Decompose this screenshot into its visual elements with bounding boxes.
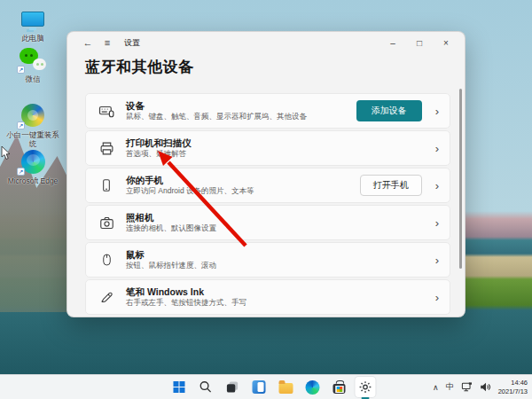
network-icon[interactable] bbox=[461, 379, 473, 395]
list-item-your-phone[interactable]: 你的手机 立即访问 Android 设备的照片、文本等 打开手机 › bbox=[85, 168, 450, 203]
add-device-button[interactable]: 添加设备 bbox=[356, 100, 422, 121]
maximize-button[interactable]: □ bbox=[406, 33, 433, 52]
back-icon[interactable]: ← bbox=[80, 37, 96, 48]
chevron-right-icon: › bbox=[435, 292, 439, 303]
tray-time: 14:46 bbox=[498, 379, 528, 387]
desktop-icon-label: 微信 bbox=[26, 74, 41, 83]
chevron-right-icon: › bbox=[435, 254, 439, 266]
taskbar: ∧ 中 14:46 2021/7/13 bbox=[0, 374, 532, 399]
item-title: 打印机和扫描仪 bbox=[126, 137, 192, 150]
item-subtitle: 立即访问 Android 设备的照片、文本等 bbox=[126, 186, 254, 196]
item-title: 笔和 Windows Ink bbox=[126, 286, 246, 299]
page-title: 蓝牙和其他设备 bbox=[85, 57, 465, 77]
search-icon[interactable] bbox=[195, 377, 215, 397]
window-title: 设置 bbox=[124, 37, 140, 49]
minimize-button[interactable]: – bbox=[379, 33, 406, 52]
item-title: 照相机 bbox=[126, 212, 216, 224]
desktop-icon-label: 小白一键重装系统 bbox=[5, 130, 60, 148]
list-item-devices[interactable]: 设备 鼠标、键盘、触笔、音频、显示器和扩展坞、其他设备 添加设备 › bbox=[85, 93, 450, 129]
desktop-icon-edge[interactable]: ↗ Microsoft Edge bbox=[5, 148, 60, 185]
start-icon[interactable] bbox=[168, 377, 189, 397]
desktop-icon-this-pc[interactable]: 此电脑 bbox=[5, 5, 60, 43]
devices-keyboard-icon bbox=[98, 102, 115, 120]
item-title: 鼠标 bbox=[126, 249, 216, 262]
settings-list: 设备 鼠标、键盘、触笔、音频、显示器和扩展坞、其他设备 添加设备 › 打印机和扫… bbox=[85, 93, 450, 317]
item-subtitle: 按钮、鼠标指针速度、滚动 bbox=[126, 261, 216, 270]
printer-icon bbox=[98, 139, 115, 157]
chevron-right-icon: › bbox=[435, 106, 439, 117]
window-titlebar: ← ≡ 设置 – □ × bbox=[67, 32, 465, 53]
xiaobai-icon: ↗ bbox=[18, 102, 48, 129]
mouse-icon bbox=[98, 251, 115, 269]
close-button[interactable]: × bbox=[433, 33, 459, 52]
phone-icon bbox=[98, 176, 115, 194]
volume-icon[interactable] bbox=[480, 379, 491, 395]
edge-icon: ↗ bbox=[18, 148, 48, 175]
chevron-right-icon: › bbox=[435, 143, 439, 154]
this-pc-icon bbox=[18, 5, 48, 32]
edge-icon[interactable] bbox=[301, 377, 322, 397]
clock[interactable]: 14:46 2021/7/13 bbox=[498, 379, 528, 396]
shortcut-arrow-icon: ↗ bbox=[17, 66, 25, 74]
item-subtitle: 连接的相机、默认图像设置 bbox=[126, 223, 216, 233]
desktop-icon-wechat[interactable]: ↗ 微信 bbox=[5, 46, 60, 83]
list-item-pen-windows-ink[interactable]: 笔和 Windows Ink 右手或左手、笔按钮快捷方式、手写 › bbox=[85, 279, 450, 315]
item-subtitle: 右手或左手、笔按钮快捷方式、手写 bbox=[126, 298, 246, 308]
item-title: 你的手机 bbox=[126, 175, 254, 187]
mouse-cursor bbox=[1, 146, 12, 160]
pen-icon bbox=[98, 288, 115, 306]
list-item-printers[interactable]: 打印机和扫描仪 首选项、疑难解答 › bbox=[85, 130, 450, 166]
settings-window: ← ≡ 设置 – □ × 蓝牙和其他设备 设备 鼠标、键盘、触笔 bbox=[66, 31, 466, 317]
chevron-right-icon: › bbox=[435, 217, 439, 229]
shortcut-arrow-icon: ↗ bbox=[17, 168, 25, 176]
camera-icon bbox=[98, 214, 115, 231]
shortcut-arrow-icon: ↗ bbox=[17, 121, 25, 129]
list-item-camera[interactable]: 照相机 连接的相机、默认图像设置 › bbox=[85, 205, 450, 240]
desktop-icon-label: Microsoft Edge bbox=[8, 176, 59, 185]
store-icon[interactable] bbox=[328, 377, 348, 397]
item-title: 设备 bbox=[126, 100, 307, 113]
file-explorer-icon[interactable] bbox=[275, 377, 295, 397]
chevron-right-icon: › bbox=[435, 180, 439, 192]
ime-indicator[interactable]: 中 bbox=[446, 381, 454, 393]
tray-date: 2021/7/13 bbox=[498, 387, 528, 396]
task-view-icon[interactable] bbox=[222, 377, 242, 397]
desktop-icon-xiaobai[interactable]: ↗ 小白一键重装系统 bbox=[5, 102, 60, 148]
scrollbar[interactable] bbox=[459, 89, 462, 269]
wechat-icon: ↗ bbox=[18, 46, 48, 73]
widgets-icon[interactable] bbox=[248, 377, 269, 397]
item-subtitle: 首选项、疑难解答 bbox=[126, 149, 192, 159]
open-phone-button[interactable]: 打开手机 bbox=[360, 175, 422, 196]
desktop: 此电脑 ↗ 微信 ↗ 小白一键重装系统 ↗ Microsoft Edge ← bbox=[0, 0, 532, 399]
item-subtitle: 鼠标、键盘、触笔、音频、显示器和扩展坞、其他设备 bbox=[126, 112, 307, 121]
settings-icon[interactable] bbox=[355, 377, 375, 397]
list-item-mouse[interactable]: 鼠标 按钮、鼠标指针速度、滚动 › bbox=[85, 242, 450, 278]
desktop-icon-label: 此电脑 bbox=[21, 34, 44, 43]
hamburger-menu-icon[interactable]: ≡ bbox=[99, 37, 115, 48]
hidden-icons-chevron-icon[interactable]: ∧ bbox=[433, 383, 439, 392]
